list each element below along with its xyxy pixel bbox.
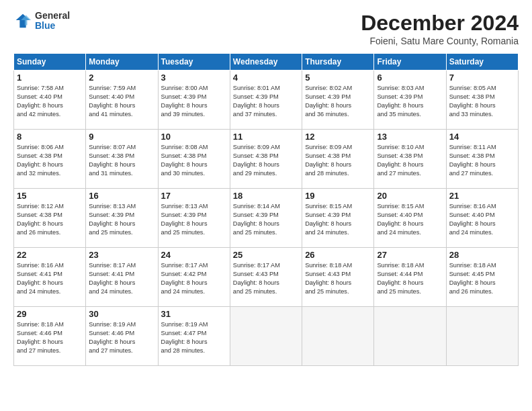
day-info: Sunrise: 8:14 AM Sunset: 4:39 PM Dayligh…	[233, 202, 299, 237]
header: General Blue December 2024 Foieni, Satu …	[13, 11, 519, 46]
calendar-cell: 7Sunrise: 8:05 AM Sunset: 4:38 PM Daylig…	[446, 71, 518, 130]
day-number: 24	[161, 250, 227, 260]
calendar-cell: 5Sunrise: 8:02 AM Sunset: 4:39 PM Daylig…	[302, 71, 374, 130]
calendar-cell: 8Sunrise: 8:06 AM Sunset: 4:38 PM Daylig…	[14, 130, 86, 189]
day-number: 15	[17, 191, 83, 201]
day-info: Sunrise: 8:17 AM Sunset: 4:42 PM Dayligh…	[161, 261, 227, 296]
day-number: 26	[305, 250, 371, 260]
day-info: Sunrise: 8:15 AM Sunset: 4:39 PM Dayligh…	[305, 202, 371, 237]
page: General Blue December 2024 Foieni, Satu …	[0, 0, 532, 411]
calendar-cell: 14Sunrise: 8:11 AM Sunset: 4:38 PM Dayli…	[446, 130, 518, 189]
day-number: 22	[17, 250, 83, 260]
day-number: 31	[161, 309, 227, 319]
calendar-cell: 2Sunrise: 7:59 AM Sunset: 4:40 PM Daylig…	[86, 71, 158, 130]
day-info: Sunrise: 8:18 AM Sunset: 4:43 PM Dayligh…	[305, 261, 371, 296]
calendar-cell: 28Sunrise: 8:18 AM Sunset: 4:45 PM Dayli…	[446, 248, 518, 307]
day-number: 20	[377, 191, 443, 201]
calendar-cell: 6Sunrise: 8:03 AM Sunset: 4:39 PM Daylig…	[374, 71, 446, 130]
day-number: 7	[449, 73, 515, 83]
day-info: Sunrise: 8:17 AM Sunset: 4:43 PM Dayligh…	[233, 261, 299, 296]
calendar-cell: 4Sunrise: 8:01 AM Sunset: 4:39 PM Daylig…	[230, 71, 302, 130]
calendar-cell: 25Sunrise: 8:17 AM Sunset: 4:43 PM Dayli…	[230, 248, 302, 307]
day-info: Sunrise: 8:03 AM Sunset: 4:39 PM Dayligh…	[377, 84, 443, 119]
day-number: 30	[89, 309, 154, 319]
day-info: Sunrise: 8:16 AM Sunset: 4:41 PM Dayligh…	[17, 261, 83, 296]
calendar-cell: 20Sunrise: 8:15 AM Sunset: 4:40 PM Dayli…	[374, 189, 446, 248]
calendar-header-saturday: Saturday	[446, 54, 518, 71]
day-number: 4	[233, 73, 299, 83]
day-info: Sunrise: 8:07 AM Sunset: 4:38 PM Dayligh…	[89, 143, 154, 178]
day-number: 21	[449, 191, 515, 201]
calendar-cell	[302, 307, 374, 366]
day-number: 8	[17, 132, 83, 142]
calendar-cell: 26Sunrise: 8:18 AM Sunset: 4:43 PM Dayli…	[302, 248, 374, 307]
day-info: Sunrise: 8:09 AM Sunset: 4:38 PM Dayligh…	[233, 143, 299, 178]
calendar-cell: 30Sunrise: 8:19 AM Sunset: 4:46 PM Dayli…	[86, 307, 158, 366]
calendar-cell: 27Sunrise: 8:18 AM Sunset: 4:44 PM Dayli…	[374, 248, 446, 307]
day-number: 16	[89, 191, 154, 201]
day-number: 29	[17, 309, 83, 319]
week-row-2: 8Sunrise: 8:06 AM Sunset: 4:38 PM Daylig…	[14, 130, 519, 189]
calendar-cell: 23Sunrise: 8:17 AM Sunset: 4:41 PM Dayli…	[86, 248, 158, 307]
calendar-cell: 22Sunrise: 8:16 AM Sunset: 4:41 PM Dayli…	[14, 248, 86, 307]
logo-icon	[13, 11, 32, 30]
day-number: 25	[233, 250, 299, 260]
svg-marker-0	[16, 14, 30, 28]
calendar-cell: 3Sunrise: 8:00 AM Sunset: 4:39 PM Daylig…	[158, 71, 230, 130]
day-info: Sunrise: 8:05 AM Sunset: 4:38 PM Dayligh…	[449, 84, 515, 119]
day-info: Sunrise: 8:18 AM Sunset: 4:44 PM Dayligh…	[377, 261, 443, 296]
calendar: SundayMondayTuesdayWednesdayThursdayFrid…	[13, 53, 519, 366]
calendar-header-thursday: Thursday	[302, 54, 374, 71]
calendar-cell: 11Sunrise: 8:09 AM Sunset: 4:38 PM Dayli…	[230, 130, 302, 189]
day-info: Sunrise: 8:13 AM Sunset: 4:39 PM Dayligh…	[161, 202, 227, 237]
calendar-cell: 17Sunrise: 8:13 AM Sunset: 4:39 PM Dayli…	[158, 189, 230, 248]
calendar-cell: 29Sunrise: 8:18 AM Sunset: 4:46 PM Dayli…	[14, 307, 86, 366]
calendar-header-sunday: Sunday	[14, 54, 86, 71]
day-info: Sunrise: 8:06 AM Sunset: 4:38 PM Dayligh…	[17, 143, 83, 178]
calendar-cell: 24Sunrise: 8:17 AM Sunset: 4:42 PM Dayli…	[158, 248, 230, 307]
day-info: Sunrise: 8:09 AM Sunset: 4:38 PM Dayligh…	[305, 143, 371, 178]
calendar-body: 1Sunrise: 7:58 AM Sunset: 4:40 PM Daylig…	[14, 71, 519, 366]
day-number: 27	[377, 250, 443, 260]
logo-blue: Blue	[35, 21, 70, 31]
calendar-cell: 19Sunrise: 8:15 AM Sunset: 4:39 PM Dayli…	[302, 189, 374, 248]
calendar-header-wednesday: Wednesday	[230, 54, 302, 71]
day-info: Sunrise: 8:16 AM Sunset: 4:40 PM Dayligh…	[449, 202, 515, 237]
week-row-1: 1Sunrise: 7:58 AM Sunset: 4:40 PM Daylig…	[14, 71, 519, 130]
day-number: 18	[233, 191, 299, 201]
day-info: Sunrise: 8:15 AM Sunset: 4:40 PM Dayligh…	[377, 202, 443, 237]
subtitle: Foieni, Satu Mare County, Romania	[361, 36, 519, 46]
day-info: Sunrise: 8:19 AM Sunset: 4:47 PM Dayligh…	[161, 320, 227, 355]
day-number: 23	[89, 250, 154, 260]
calendar-cell: 10Sunrise: 8:08 AM Sunset: 4:38 PM Dayli…	[158, 130, 230, 189]
day-info: Sunrise: 8:02 AM Sunset: 4:39 PM Dayligh…	[305, 84, 371, 119]
day-number: 6	[377, 73, 443, 83]
calendar-cell: 15Sunrise: 8:12 AM Sunset: 4:38 PM Dayli…	[14, 189, 86, 248]
day-number: 12	[305, 132, 371, 142]
day-number: 5	[305, 73, 371, 83]
calendar-cell	[374, 307, 446, 366]
day-info: Sunrise: 8:11 AM Sunset: 4:38 PM Dayligh…	[449, 143, 515, 178]
day-number: 28	[449, 250, 515, 260]
logo-text: General Blue	[35, 11, 70, 32]
day-info: Sunrise: 7:58 AM Sunset: 4:40 PM Dayligh…	[17, 84, 83, 119]
logo: General Blue	[13, 11, 70, 32]
day-number: 2	[89, 73, 154, 83]
day-info: Sunrise: 8:19 AM Sunset: 4:46 PM Dayligh…	[89, 320, 154, 355]
title-block: December 2024 Foieni, Satu Mare County, …	[361, 11, 519, 46]
day-info: Sunrise: 8:18 AM Sunset: 4:45 PM Dayligh…	[449, 261, 515, 296]
day-number: 3	[161, 73, 227, 83]
day-number: 1	[17, 73, 83, 83]
calendar-cell	[230, 307, 302, 366]
main-title: December 2024	[361, 11, 519, 36]
calendar-header-friday: Friday	[374, 54, 446, 71]
day-info: Sunrise: 8:13 AM Sunset: 4:39 PM Dayligh…	[89, 202, 154, 237]
calendar-header-monday: Monday	[86, 54, 158, 71]
logo-general: General	[35, 11, 70, 21]
day-number: 9	[89, 132, 154, 142]
calendar-cell: 18Sunrise: 8:14 AM Sunset: 4:39 PM Dayli…	[230, 189, 302, 248]
day-number: 19	[305, 191, 371, 201]
calendar-cell: 9Sunrise: 8:07 AM Sunset: 4:38 PM Daylig…	[86, 130, 158, 189]
week-row-5: 29Sunrise: 8:18 AM Sunset: 4:46 PM Dayli…	[14, 307, 519, 366]
day-info: Sunrise: 8:18 AM Sunset: 4:46 PM Dayligh…	[17, 320, 83, 355]
